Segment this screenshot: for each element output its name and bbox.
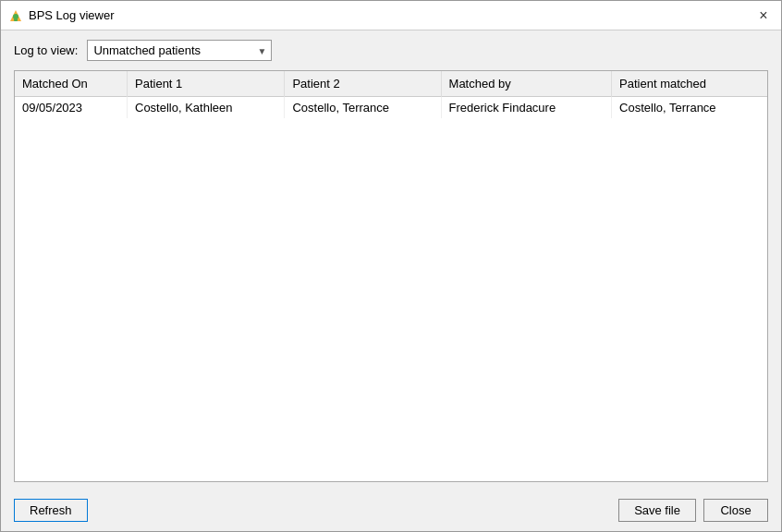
table-header-row: Matched On Patient 1 Patient 2 Matched b… — [15, 71, 767, 97]
footer: Refresh Save file Close — [1, 491, 781, 531]
main-window: BPS Log viewer × Log to view: Unmatched … — [0, 0, 782, 532]
cell-matched_by: Frederick Findacure — [441, 97, 612, 119]
window-title: BPS Log viewer — [29, 8, 115, 22]
log-label: Log to view: — [14, 43, 78, 57]
title-bar-left: BPS Log viewer — [8, 8, 115, 23]
col-header-patient1: Patient 1 — [128, 71, 285, 97]
data-table: Matched On Patient 1 Patient 2 Matched b… — [15, 71, 767, 118]
col-header-matched-by: Matched by — [441, 71, 612, 97]
close-window-button[interactable]: × — [753, 6, 774, 26]
window-content: Log to view: Unmatched patientsMatched p… — [1, 30, 781, 491]
refresh-button[interactable]: Refresh — [14, 499, 88, 522]
save-file-button[interactable]: Save file — [618, 499, 696, 522]
close-button[interactable]: Close — [703, 499, 768, 522]
data-table-container: Matched On Patient 1 Patient 2 Matched b… — [14, 70, 768, 482]
table-body: 09/05/2023Costello, KathleenCostello, Te… — [15, 97, 767, 119]
dropdown-wrapper: Unmatched patientsMatched patientsAll pa… — [87, 40, 272, 61]
cell-patient_matched: Costello, Terrance — [612, 97, 767, 119]
col-header-patient-matched: Patient matched — [612, 71, 767, 97]
table-row: 09/05/2023Costello, KathleenCostello, Te… — [15, 97, 767, 119]
col-header-matched-on: Matched On — [15, 71, 128, 97]
cell-patient2: Costello, Terrance — [285, 97, 441, 119]
svg-rect-2 — [14, 18, 18, 21]
cell-matched_on: 09/05/2023 — [15, 97, 128, 119]
cell-patient1: Costello, Kathleen — [128, 97, 285, 119]
footer-right: Save file Close — [618, 499, 768, 522]
log-type-dropdown[interactable]: Unmatched patientsMatched patientsAll pa… — [87, 40, 272, 61]
toolbar: Log to view: Unmatched patientsMatched p… — [14, 40, 768, 61]
title-bar: BPS Log viewer × — [1, 1, 781, 30]
app-icon — [8, 8, 23, 23]
col-header-patient2: Patient 2 — [285, 71, 441, 97]
